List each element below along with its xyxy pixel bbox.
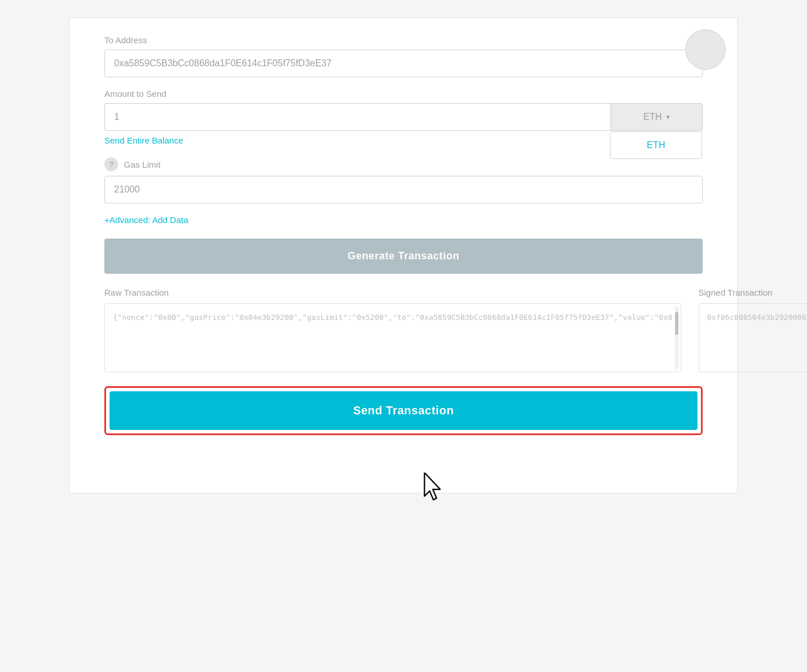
gas-limit-label: Gas Limit — [124, 160, 160, 169]
send-transaction-wrapper: Send Transaction — [104, 386, 703, 435]
raw-transaction-scrollbar-thumb[interactable] — [675, 312, 678, 335]
currency-dropdown[interactable]: ETH ▾ ETH — [610, 103, 703, 131]
generate-transaction-button[interactable]: Generate Transaction — [104, 239, 703, 274]
chevron-down-icon: ▾ — [666, 113, 670, 121]
amount-input[interactable] — [104, 103, 610, 131]
amount-section: Amount to Send ETH ▾ ETH Send Entire Bal… — [104, 89, 703, 146]
to-address-input[interactable]: 0xa5859C5B3bCc0868da1F0E614c1F05f75fD3eE… — [104, 50, 703, 77]
gas-limit-input[interactable] — [104, 176, 703, 203]
currency-selected-label: ETH — [643, 112, 662, 122]
signed-transaction-content: 0xf86c808504e3b292000825208946a5859c5b3b… — [699, 303, 807, 372]
avatar — [685, 29, 726, 70]
signed-transaction-col: Signed Transaction 0xf86c808504e3b292000… — [699, 288, 807, 372]
raw-transaction-content: {"nonce":"0x00","gasPrice":"0x04e3b29200… — [104, 303, 681, 372]
raw-transaction-col: Raw Transaction {"nonce":"0x00","gasPric… — [104, 288, 681, 372]
currency-options-dropdown: ETH — [610, 131, 702, 159]
gas-limit-label-row: ? Gas Limit — [104, 157, 703, 171]
advanced-add-data-link[interactable]: +Advanced: Add Data — [104, 215, 188, 225]
mouse-cursor-icon — [421, 473, 444, 501]
amount-row: ETH ▾ ETH — [104, 103, 703, 131]
cursor-area — [104, 435, 703, 470]
gas-limit-section: ? Gas Limit — [104, 157, 703, 203]
to-address-section: To Address 0xa5859C5B3bCc0868da1F0E614c1… — [104, 35, 703, 77]
raw-transaction-scrollbar[interactable] — [675, 306, 678, 369]
svg-marker-0 — [424, 473, 440, 500]
currency-option-eth[interactable]: ETH — [610, 132, 702, 158]
gas-limit-help-icon[interactable]: ? — [104, 157, 118, 171]
to-address-label: To Address — [104, 35, 703, 45]
amount-label: Amount to Send — [104, 89, 703, 99]
send-entire-balance-link[interactable]: Send Entire Balance — [104, 135, 183, 145]
transaction-row: Raw Transaction {"nonce":"0x00","gasPric… — [104, 288, 703, 372]
signed-transaction-label: Signed Transaction — [699, 288, 807, 297]
main-form-container: To Address 0xa5859C5B3bCc0868da1F0E614c1… — [69, 17, 738, 493]
send-transaction-button[interactable]: Send Transaction — [110, 391, 697, 430]
raw-transaction-label: Raw Transaction — [104, 288, 681, 297]
